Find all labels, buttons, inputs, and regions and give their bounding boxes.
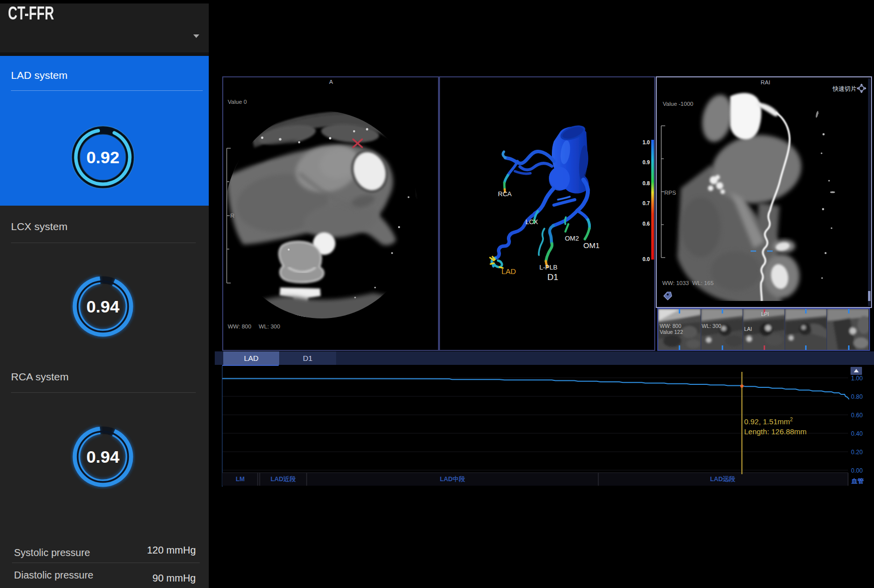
svg-text:LAD: LAD (501, 267, 516, 276)
svg-text:OM2: OM2 (565, 235, 579, 242)
svg-text:快速切片: 快速切片 (832, 85, 857, 92)
svg-text:0.80: 0.80 (851, 393, 863, 400)
svg-text:RCA: RCA (498, 190, 512, 198)
svg-text:0.9: 0.9 (642, 159, 650, 165)
svg-text:0.94: 0.94 (86, 297, 119, 316)
svg-text:WL: 165: WL: 165 (692, 280, 714, 286)
svg-text:LAI: LAI (744, 326, 752, 332)
svg-text:0.60: 0.60 (851, 412, 863, 419)
svg-text:0.00: 0.00 (851, 467, 863, 474)
svg-text:0.0: 0.0 (642, 256, 650, 262)
svg-text:R: R (230, 213, 234, 219)
svg-text:0.92: 0.92 (86, 148, 119, 167)
svg-text:Value 122: Value 122 (660, 329, 683, 335)
svg-text:L-PLB: L-PLB (539, 264, 557, 271)
svg-text:LCX: LCX (525, 218, 538, 226)
svg-text:1.00: 1.00 (851, 375, 863, 382)
svg-text:LAD远段: LAD远段 (710, 476, 736, 483)
svg-text:0.94: 0.94 (86, 447, 119, 466)
svg-text:0.7: 0.7 (642, 200, 650, 206)
svg-text:0.92, 1.51mm2: 0.92, 1.51mm2 (744, 417, 793, 426)
svg-text:0.40: 0.40 (851, 430, 863, 437)
svg-text:WW: 800: WW: 800 (660, 323, 681, 329)
svg-text:RPS: RPS (664, 190, 676, 196)
svg-text:WW: 800: WW: 800 (228, 323, 251, 329)
svg-text:LAD近段: LAD近段 (271, 476, 296, 483)
svg-text:0.20: 0.20 (851, 449, 863, 456)
svg-text:Value -1000: Value -1000 (663, 101, 693, 107)
svg-text:Length: 126.88mm: Length: 126.88mm (744, 427, 807, 436)
svg-text:血管: 血管 (852, 478, 865, 485)
svg-text:LAD中段: LAD中段 (440, 476, 465, 483)
svg-text:LM: LM (236, 476, 245, 483)
svg-text:1.0: 1.0 (642, 139, 650, 145)
svg-text:WL: 300: WL: 300 (259, 323, 280, 329)
svg-text:RAI: RAI (761, 79, 770, 85)
svg-text:A: A (329, 79, 333, 85)
svg-text:WL: 300: WL: 300 (702, 323, 721, 329)
svg-text:0.6: 0.6 (642, 221, 650, 227)
svg-text:LPI: LPI (761, 311, 769, 317)
svg-text:D1: D1 (547, 273, 558, 282)
svg-text:Value 0: Value 0 (228, 99, 247, 105)
svg-text:0.8: 0.8 (642, 180, 650, 186)
svg-text:OM1: OM1 (583, 241, 600, 250)
svg-text:WW: 1033: WW: 1033 (662, 280, 689, 286)
